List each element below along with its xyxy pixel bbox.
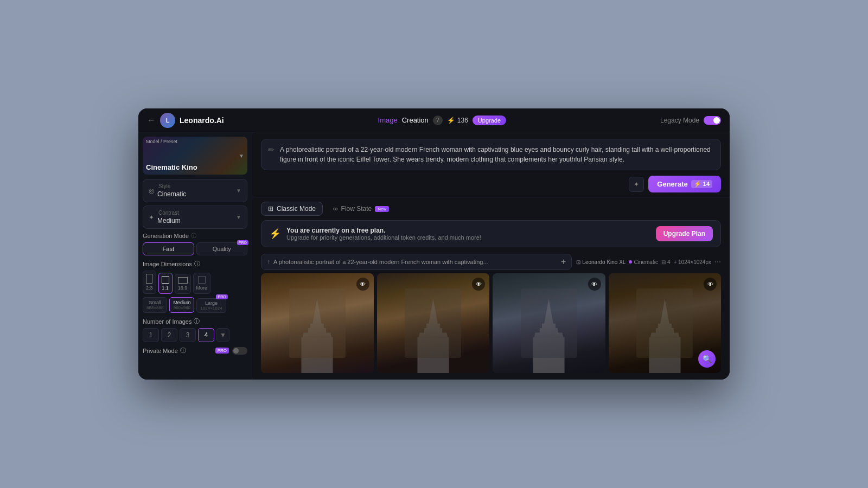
image-grid: 👁 👁: [252, 273, 730, 380]
flow-state-label: Flow State: [341, 205, 372, 213]
result-meta: ⊡ Leonardo Kino XL Cinematic ⊟ 4 + 1024×…: [576, 258, 721, 266]
num-3-button[interactable]: 3: [180, 328, 196, 342]
image-view-icon-4[interactable]: 👁: [704, 278, 717, 291]
num-images-label: Number of Images ⓘ: [143, 317, 247, 325]
contrast-select[interactable]: ✦ Contrast Medium ▼: [143, 206, 247, 229]
private-mode-right: PRO: [215, 347, 247, 355]
image-view-icon-3[interactable]: 👁: [588, 278, 601, 291]
aspect-ratio-buttons: 2:3 1:1 16:9 More: [143, 271, 247, 294]
image-dimensions-section: Image Dimensions ⓘ 2:3 1:1 16:9: [143, 260, 247, 313]
style-section: ◎ Style Cinematic ▼: [143, 179, 247, 202]
size-medium-button[interactable]: Medium 960×960: [169, 297, 194, 313]
quality-mode-button[interactable]: Quality PRO: [196, 242, 248, 255]
private-pro-tag: PRO: [215, 348, 229, 354]
prompt-actions: ✦ Generate ⚡ 14: [261, 176, 721, 192]
contrast-icon: ✦: [149, 214, 154, 221]
size-large-button[interactable]: Large 1024×1024: [196, 298, 226, 313]
legacy-mode-label: Legacy Mode: [660, 117, 699, 124]
gen-mode-buttons: Fast Quality PRO: [143, 242, 247, 255]
banner-text: You are currently on a free plan. Upgrad…: [286, 227, 650, 241]
image-card-2[interactable]: 👁: [377, 273, 490, 373]
num-4-button[interactable]: 4: [198, 328, 214, 342]
ar-box-11: [162, 276, 169, 284]
legacy-mode-toggle[interactable]: [704, 116, 721, 125]
classic-mode-tab[interactable]: ⊞ Classic Mode: [261, 202, 323, 216]
num-images-info-icon: ⓘ: [194, 317, 200, 325]
image-card-3[interactable]: 👁: [493, 273, 605, 373]
result-model-name: Leonardo Kino XL: [582, 259, 626, 265]
contrast-select-row: ✦ Contrast Medium: [149, 210, 181, 224]
model-grid-icon: ⊡: [576, 259, 580, 265]
contrast-value: Medium: [157, 217, 181, 224]
ar-label-11: 1:1: [162, 285, 169, 291]
header-upgrade-button[interactable]: Upgrade: [473, 115, 506, 125]
style-select-row: ◎ Style Cinematic: [149, 183, 186, 198]
model-name: Cinematic Kino: [146, 163, 197, 171]
prompt-text[interactable]: A photorealistic portrait of a 22-year-o…: [280, 145, 714, 164]
token-icon: ⚡: [447, 117, 455, 124]
size-large-pro-badge: PRO: [216, 294, 227, 299]
generate-button[interactable]: Generate ⚡ 14: [648, 176, 721, 192]
result-up-icon[interactable]: ↑: [267, 258, 270, 266]
aspect-ratio-169[interactable]: 16:9: [175, 274, 191, 294]
prompt-area: ✏ A photorealistic portrait of a 22-year…: [252, 132, 730, 197]
banner-icon: ⚡: [269, 228, 281, 240]
back-button[interactable]: ←: [147, 115, 156, 125]
main-content: Model / Preset Cinematic Kino ▼ ◎ Style …: [138, 132, 730, 380]
model-preview[interactable]: Model / Preset Cinematic Kino ▼: [143, 137, 247, 175]
result-add-icon[interactable]: +: [561, 257, 566, 267]
img-dims-label: Image Dimensions ⓘ: [143, 260, 247, 268]
result-more-icon[interactable]: ⋯: [714, 258, 721, 266]
num-1-button[interactable]: 1: [143, 328, 159, 342]
prompt-edit-icon: ✏: [268, 145, 275, 154]
num-2-button[interactable]: 2: [161, 328, 177, 342]
mode-tabs: ⊞ Classic Mode ∞ Flow State New: [252, 197, 730, 220]
app-window: ← L Leonardo.Ai Image Creation ? ⚡ 136 U…: [138, 108, 730, 380]
count-icon: ⊟: [661, 259, 666, 265]
image-card-1[interactable]: 👁: [261, 273, 374, 373]
results-header: ↑ A photorealistic portrait of a 22-year…: [252, 252, 730, 273]
num-more-button[interactable]: ▼: [216, 328, 229, 342]
gen-mode-info-icon: ⓘ: [191, 232, 196, 240]
size-large-sub: 1024×1024: [200, 306, 222, 311]
image-view-icon-2[interactable]: 👁: [472, 278, 485, 291]
nav-image[interactable]: Image: [378, 116, 398, 124]
flow-state-tab[interactable]: ∞ Flow State New: [326, 202, 396, 216]
style-select-content: Style Cinematic: [157, 183, 186, 198]
ar-box-169: [178, 277, 188, 284]
nav-creation[interactable]: Creation: [402, 116, 429, 124]
upgrade-banner: ⚡ You are currently on a free plan. Upgr…: [261, 220, 721, 247]
num-images-section: Number of Images ⓘ 1 2 3 4 ▼: [143, 317, 247, 342]
size-small-label: Small: [149, 300, 161, 305]
generation-mode-section: Generation Mode ⓘ Fast Quality PRO: [143, 232, 247, 255]
img-dims-info-icon: ⓘ: [194, 260, 200, 268]
aspect-ratio-23[interactable]: 2:3: [143, 271, 156, 294]
private-mode-info-icon: ⓘ: [180, 346, 186, 355]
result-style-name: Cinematic: [634, 259, 658, 265]
size-large-wrapper: Large 1024×1024 PRO: [196, 297, 226, 313]
prompt-box: ✏ A photorealistic portrait of a 22-year…: [261, 139, 721, 170]
gen-mode-label: Generation Mode ⓘ: [143, 232, 247, 240]
header-left: ← L Leonardo.Ai: [147, 113, 224, 128]
contrast-label: Contrast: [157, 210, 181, 216]
enhance-button[interactable]: ✦: [629, 177, 644, 192]
logo-avatar: L: [160, 113, 175, 128]
image-card-4[interactable]: 👁 🔍: [609, 273, 722, 373]
style-chevron: ▼: [236, 188, 241, 194]
size-small-button[interactable]: Small 888×888: [143, 297, 167, 313]
result-model: ⊡ Leonardo Kino XL: [576, 259, 626, 265]
help-icon[interactable]: ?: [433, 115, 443, 125]
aspect-ratio-11[interactable]: 1:1: [158, 273, 173, 294]
search-fab[interactable]: 🔍: [698, 350, 716, 368]
style-select[interactable]: ◎ Style Cinematic ▼: [143, 179, 247, 202]
result-count: ⊟ 4: [661, 259, 671, 265]
flow-state-new-badge: New: [375, 206, 389, 212]
num-image-buttons: 1 2 3 4 ▼: [143, 328, 247, 342]
size-medium-sub: 960×960: [173, 305, 190, 310]
image-view-icon-1[interactable]: 👁: [356, 278, 369, 291]
fast-mode-button[interactable]: Fast: [143, 242, 194, 255]
ar-box-23: [146, 274, 152, 284]
private-mode-toggle[interactable]: [232, 347, 247, 355]
aspect-ratio-more[interactable]: More: [193, 273, 211, 294]
upgrade-plan-button[interactable]: Upgrade Plan: [656, 226, 713, 241]
